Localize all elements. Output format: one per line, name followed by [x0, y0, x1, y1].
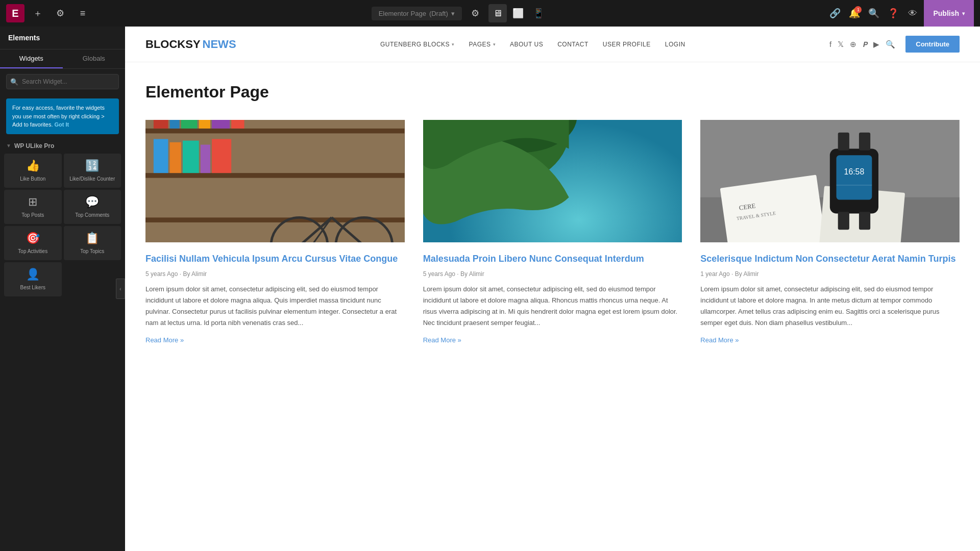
pinterest-icon[interactable]: 𝙋 — [863, 40, 867, 49]
tab-bar: Widgets Globals — [0, 49, 125, 69]
top-activities-icon: 🎯 — [26, 232, 40, 245]
notifications-icon[interactable]: 🔔1 — [846, 5, 863, 21]
main-layout: Elements Widgets Globals 🔍 For easy acce… — [0, 27, 980, 551]
tab-globals[interactable]: Globals — [63, 49, 126, 68]
page-name-pill[interactable]: Elementor Page (Draft) ▾ — [372, 7, 462, 20]
watch-svg: 16:58 CERE TRAVEL & STYLE — [700, 120, 960, 242]
site-nav: GUTENBERG BLOCKS ▾ PAGES ▾ ABOUT US CONT… — [380, 41, 685, 48]
article-card: Facilisi Nullam Vehicula Ipsum Arcu Curs… — [145, 120, 405, 344]
got-it-link[interactable]: Got It — [55, 121, 69, 128]
search-wrap: 🔍 — [0, 69, 125, 94]
widget-top-posts[interactable]: ⊞ Top Posts — [4, 190, 62, 224]
section-header-wp-ulike[interactable]: ▼ WP ULike Pro — [0, 138, 125, 152]
article-image — [423, 120, 682, 242]
page-name: Elementor Page — [379, 10, 426, 17]
help-icon[interactable]: ❓ — [885, 5, 901, 21]
instagram-icon[interactable]: ⊕ — [850, 40, 856, 49]
navigator-button[interactable]: ⚙ — [51, 4, 69, 22]
publish-arrow-icon: ▾ — [962, 11, 965, 16]
svg-rect-10 — [231, 120, 244, 129]
like-button-icon: 👍 — [26, 159, 40, 172]
page-status: (Draft) — [429, 10, 448, 17]
article-image: 16:58 CERE TRAVEL & STYLE — [700, 120, 960, 242]
widget-section: ▼ WP ULike Pro 👍 Like Button 🔢 Like/Disl… — [0, 138, 125, 300]
article-meta: 5 years Ago · By Alimir — [423, 270, 682, 278]
like-dislike-counter-icon: 🔢 — [85, 159, 99, 172]
article-title[interactable]: Scelerisque Indictum Non Consectetur Aer… — [700, 253, 960, 265]
nav-user-profile[interactable]: USER PROFILE — [603, 41, 651, 48]
svg-rect-11 — [154, 139, 168, 173]
article-title[interactable]: Facilisi Nullam Vehicula Ipsum Arcu Curs… — [145, 253, 405, 265]
svg-rect-1 — [145, 129, 405, 134]
elementor-logo[interactable]: E — [6, 4, 24, 22]
mobile-view-button[interactable]: 📱 — [529, 4, 548, 22]
widget-top-activities[interactable]: 🎯 Top Activities — [4, 226, 62, 260]
sidebar: Elements Widgets Globals 🔍 For easy acce… — [0, 27, 125, 551]
widget-like-dislike-label: Like/Dislike Counter — [69, 176, 115, 182]
best-likers-icon: 👤 — [26, 268, 40, 281]
svg-rect-5 — [154, 120, 168, 129]
desktop-view-button[interactable]: 🖥 — [488, 4, 507, 22]
read-more-link-2[interactable]: Read More » — [700, 336, 960, 344]
top-comments-icon: 💬 — [85, 195, 99, 209]
twitter-icon[interactable]: 𝕏 — [838, 40, 844, 49]
top-bar-left: E ＋ ⚙ ≡ — [6, 4, 92, 22]
svg-rect-12 — [170, 142, 181, 173]
widget-best-likers[interactable]: 👤 Best Likers — [4, 262, 62, 296]
widget-like-button-label: Like Button — [20, 176, 45, 182]
facebook-icon[interactable]: f — [829, 40, 831, 49]
top-topics-icon: 📋 — [85, 232, 99, 245]
contribute-button[interactable]: Contribute — [905, 36, 960, 53]
article-image — [145, 120, 405, 242]
nav-about-us[interactable]: ABOUT US — [510, 41, 543, 48]
social-icons: f 𝕏 ⊕ 𝙋 ▶ 🔍 — [829, 40, 895, 49]
nav-arrow-icon: ▾ — [452, 42, 455, 47]
svg-rect-7 — [181, 120, 198, 129]
article-excerpt: Lorem ipsum dolor sit amet, consectetur … — [145, 284, 405, 329]
page-heading: Elementor Page — [145, 83, 960, 102]
search-widget-input[interactable] — [6, 74, 119, 89]
youtube-icon[interactable]: ▶ — [873, 40, 879, 49]
widget-like-dislike-counter[interactable]: 🔢 Like/Dislike Counter — [64, 154, 121, 188]
top-bar-right: 🔗 🔔1 🔍 ❓ 👁 Publish ▾ — [827, 0, 974, 27]
svg-rect-13 — [183, 141, 199, 173]
svg-text:16:58: 16:58 — [844, 167, 865, 176]
settings-button[interactable]: ⚙ — [466, 4, 484, 22]
read-more-link-0[interactable]: Read More » — [145, 336, 405, 344]
read-more-link-1[interactable]: Read More » — [423, 336, 682, 344]
nav-gutenberg-blocks[interactable]: GUTENBERG BLOCKS ▾ — [380, 41, 455, 48]
nav-contact[interactable]: CONTACT — [557, 41, 589, 48]
svg-rect-6 — [170, 120, 180, 129]
aerial-svg — [423, 120, 682, 242]
svg-rect-9 — [212, 120, 230, 129]
widget-top-topics[interactable]: 📋 Top Topics — [64, 226, 121, 260]
nav-login[interactable]: LOGIN — [665, 41, 685, 48]
article-card: 16:58 CERE TRAVEL & STYLE Scelerisque In… — [700, 120, 960, 344]
article-meta: 5 years Ago · By Alimir — [145, 270, 405, 278]
widget-top-comments[interactable]: 💬 Top Comments — [64, 190, 121, 224]
notification-badge: 1 — [854, 6, 862, 13]
tab-widgets[interactable]: Widgets — [0, 49, 63, 68]
search-icon[interactable]: 🔍 — [866, 5, 882, 21]
nav-pages[interactable]: PAGES ▾ — [469, 41, 496, 48]
structure-button[interactable]: ≡ — [74, 4, 92, 22]
tablet-view-button[interactable]: ⬜ — [509, 4, 527, 22]
svg-rect-33 — [838, 212, 849, 230]
nav-search-icon[interactable]: 🔍 — [886, 40, 895, 49]
integrations-icon[interactable]: 🔗 — [827, 5, 843, 21]
preview-icon[interactable]: 👁 — [904, 5, 921, 21]
article-card: Malesuada Proin Libero Nunc Consequat In… — [423, 120, 682, 344]
site-navbar: BLOCKSY NEWS GUTENBERG BLOCKS ▾ PAGES ▾ … — [125, 27, 980, 62]
info-box: For easy access, favorite the widgets yo… — [6, 98, 119, 134]
publish-button[interactable]: Publish ▾ — [924, 0, 974, 27]
svg-rect-2 — [145, 173, 405, 178]
search-icon-inner: 🔍 — [10, 78, 18, 86]
site-logo: BLOCKSY NEWS — [145, 38, 236, 51]
article-title[interactable]: Malesuada Proin Libero Nunc Consequat In… — [423, 253, 682, 265]
top-bar: E ＋ ⚙ ≡ Elementor Page (Draft) ▾ ⚙ 🖥 ⬜ 📱… — [0, 0, 980, 27]
add-widget-button[interactable]: ＋ — [29, 4, 47, 22]
widget-like-button[interactable]: 👍 Like Button — [4, 154, 62, 188]
sidebar-collapse-button[interactable]: ‹ — [116, 279, 125, 299]
bookshelf-svg — [145, 120, 405, 242]
main-content: BLOCKSY NEWS GUTENBERG BLOCKS ▾ PAGES ▾ … — [125, 27, 980, 551]
